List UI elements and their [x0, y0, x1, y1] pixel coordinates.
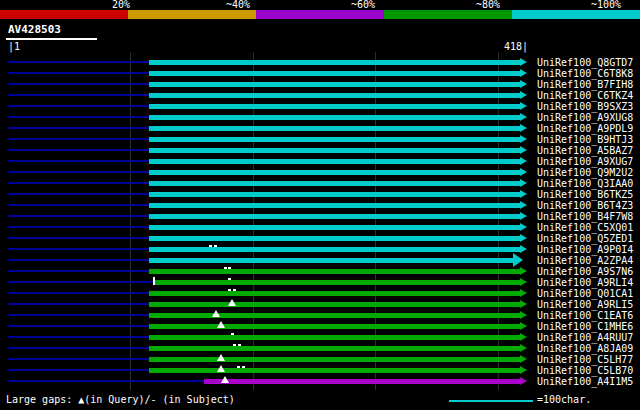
- alignment-bar[interactable]: [149, 82, 520, 87]
- scale-legend-line: [449, 400, 533, 402]
- alignment-bar[interactable]: [149, 148, 520, 153]
- hit-label[interactable]: UniRef100_C1EAT6: [537, 310, 633, 321]
- alignment-bar[interactable]: [149, 302, 520, 307]
- query-baseline: [8, 237, 149, 239]
- hit-label[interactable]: UniRef100_A9XUG7: [537, 156, 633, 167]
- alignment-bar[interactable]: [149, 170, 520, 175]
- alignment-bar[interactable]: [149, 126, 520, 131]
- hit-row: [0, 255, 536, 266]
- query-baseline: [8, 314, 149, 316]
- hit-label[interactable]: UniRef100_Q8GTD7: [537, 57, 633, 68]
- hit-label[interactable]: UniRef100_C1MHE6: [537, 321, 633, 332]
- hit-label[interactable]: UniRef100_B6T4Z3: [537, 200, 633, 211]
- hit-row: [0, 343, 536, 354]
- hit-label[interactable]: UniRef100_C5LH77: [537, 354, 633, 365]
- hit-row: [0, 211, 536, 222]
- alignment-bar[interactable]: [149, 203, 520, 208]
- alignment-bar[interactable]: [149, 247, 520, 252]
- hit-label[interactable]: UniRef100_B7FIH8: [537, 79, 633, 90]
- alignment-bar[interactable]: [149, 269, 520, 274]
- query-baseline: [8, 215, 149, 217]
- gap-in-subject-marker: [242, 366, 245, 368]
- hit-label[interactable]: UniRef100_A9S7N6: [537, 266, 633, 277]
- alignment-bar[interactable]: [149, 60, 520, 65]
- hit-row: [0, 244, 536, 255]
- alignment-bar[interactable]: [149, 137, 520, 142]
- alignment-bar[interactable]: [149, 346, 520, 351]
- hit-label[interactable]: UniRef100_A5BAZ7: [537, 145, 633, 156]
- query-baseline: [8, 270, 149, 272]
- gap-in-subject-marker: [237, 366, 240, 368]
- alignment-bar[interactable]: [149, 115, 520, 120]
- hit-label[interactable]: UniRef100_B9HTJ3: [537, 134, 633, 145]
- query-baseline: [8, 171, 149, 173]
- alignment-bar[interactable]: [149, 324, 520, 329]
- hit-label[interactable]: UniRef100_C6T8K8: [537, 68, 633, 79]
- alignment-overview-page: 20%~40%~60%~80%~100% AV428503 |1 418| Un…: [0, 0, 640, 410]
- hit-label[interactable]: UniRef100_A9XUG8: [537, 112, 633, 123]
- hit-label[interactable]: UniRef100_A9RLI5: [537, 299, 633, 310]
- arrowhead-icon: [520, 223, 527, 231]
- alignment-bar[interactable]: [149, 335, 520, 340]
- alignment-bar[interactable]: [149, 192, 520, 197]
- arrowhead-icon: [520, 190, 527, 198]
- hit-label[interactable]: UniRef100_C6TKZ4: [537, 90, 633, 101]
- query-baseline: [8, 83, 149, 85]
- hit-row: [0, 310, 536, 321]
- arrowhead-icon: [520, 212, 527, 220]
- alignment-bar[interactable]: [149, 104, 520, 109]
- arrowhead-icon: [520, 113, 527, 121]
- hit-label[interactable]: UniRef100_A4I1M5: [537, 376, 633, 387]
- query-baseline: [8, 303, 149, 305]
- query-underline: [6, 38, 97, 40]
- scale-segment-80%: [384, 10, 512, 19]
- query-baseline: [8, 336, 149, 338]
- hit-label[interactable]: UniRef100_Q01CA1: [537, 288, 633, 299]
- arrowhead-icon: [520, 146, 527, 154]
- alignment-bar[interactable]: [149, 214, 520, 219]
- alignment-bar[interactable]: [149, 71, 520, 76]
- alignment-bar[interactable]: [149, 357, 520, 362]
- hit-row: [0, 68, 536, 79]
- hit-label[interactable]: UniRef100_C5XQ01: [537, 222, 633, 233]
- alignment-bar[interactable]: [149, 159, 520, 164]
- hit-label[interactable]: UniRef100_B9SXZ3: [537, 101, 633, 112]
- query-baseline: [8, 347, 149, 349]
- hit-label[interactable]: UniRef100_C5LB70: [537, 365, 633, 376]
- hit-label[interactable]: UniRef100_A9PDL9: [537, 123, 633, 134]
- scale-legend-label: =100char.: [537, 394, 591, 405]
- alignment-bar[interactable]: [149, 236, 520, 241]
- arrowhead-icon: [520, 69, 527, 77]
- hit-label[interactable]: UniRef100_Q9M2U2: [537, 167, 633, 178]
- hit-label[interactable]: UniRef100_A2ZPA4: [537, 255, 633, 266]
- hit-row: [0, 123, 536, 134]
- alignment-bar[interactable]: [149, 258, 513, 263]
- arrowhead-icon: [520, 278, 527, 286]
- hit-row: [0, 79, 536, 90]
- scale-label: ~40%: [226, 0, 250, 10]
- alignment-bar[interactable]: [149, 291, 520, 296]
- arrowhead-icon: [520, 179, 527, 187]
- alignment-bar[interactable]: [149, 181, 520, 186]
- alignment-bar[interactable]: [204, 379, 520, 384]
- alignment-bar[interactable]: [149, 368, 520, 373]
- hit-label[interactable]: UniRef100_B4F7W8: [537, 211, 633, 222]
- hit-label[interactable]: UniRef100_A4RUU7: [537, 332, 633, 343]
- hit-label[interactable]: UniRef100_Q5ZED1: [537, 233, 633, 244]
- alignment-bar[interactable]: [149, 93, 520, 98]
- alignment-bar[interactable]: [149, 225, 520, 230]
- alignment-bar[interactable]: [153, 280, 520, 285]
- hit-label[interactable]: UniRef100_A8JA09: [537, 343, 633, 354]
- hit-row: [0, 288, 536, 299]
- hit-label[interactable]: UniRef100_A9P0I4: [537, 244, 633, 255]
- hit-label[interactable]: UniRef100_Q3IAA0: [537, 178, 633, 189]
- scale-label: ~80%: [476, 0, 500, 10]
- gap-in-query-marker: [217, 321, 225, 328]
- query-baseline: [8, 380, 204, 382]
- hit-label[interactable]: UniRef100_A9RLI4: [537, 277, 633, 288]
- alignment-bar[interactable]: [149, 313, 520, 318]
- hit-label[interactable]: UniRef100_B6TKZ5: [537, 189, 633, 200]
- gap-in-query-marker: [217, 354, 225, 361]
- hit-row: [0, 145, 536, 156]
- gap-in-subject-marker: [224, 267, 227, 269]
